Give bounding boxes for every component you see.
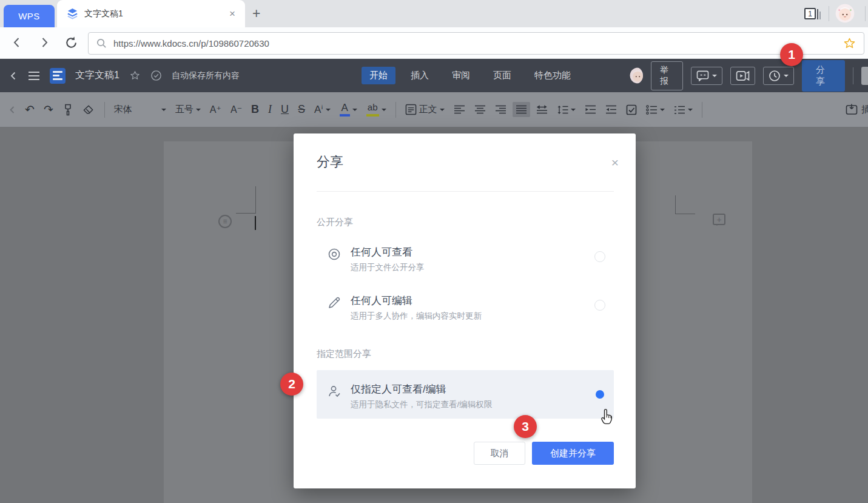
dialog-close-icon[interactable]: × — [611, 155, 619, 170]
favorite-star-icon[interactable] — [129, 70, 141, 81]
decrease-indent-button[interactable] — [585, 105, 596, 114]
option-anyone-can-edit[interactable]: 任何人可编辑 适用于多人协作，编辑内容实时更新 — [317, 292, 614, 328]
search-icon — [96, 38, 107, 49]
window-count: 1 — [804, 8, 816, 19]
person-check-icon — [328, 385, 341, 398]
browser-address-bar: https://www.kdocs.cn/p/109860720630 — [0, 27, 868, 59]
align-justify-button[interactable] — [513, 102, 530, 117]
user-avatar[interactable] — [630, 67, 643, 84]
chevron-down-icon — [784, 75, 789, 79]
line-spacing-button[interactable] — [557, 105, 576, 115]
tab-special-features[interactable]: 特色功能 — [527, 67, 579, 84]
dialog-title: 分享 — [317, 153, 343, 171]
wps-menu-button[interactable]: WPS — [4, 5, 55, 27]
bold-button[interactable]: B — [251, 103, 259, 116]
option-title: 任何人可查看 — [351, 245, 412, 259]
checkbox-list-button[interactable] — [626, 104, 637, 115]
new-tab-icon[interactable]: + — [252, 5, 260, 21]
main-menu-icon[interactable] — [28, 71, 40, 81]
browser-tab-active[interactable]: 文字文稿1 × — [57, 0, 245, 27]
document-title[interactable]: 文字文稿1 — [75, 69, 119, 82]
window-count-indicator[interactable]: 1 — [804, 8, 821, 19]
divider — [853, 67, 853, 84]
page-margin-mark-topright — [675, 195, 695, 214]
format-toolbar: ↶ ↷ 宋体 五号 A⁺ A⁻ B I U S Aⁱ A ab 正文 — [0, 92, 868, 127]
align-left-button[interactable] — [454, 105, 465, 114]
style-box-icon — [405, 104, 417, 115]
url-field[interactable]: https://www.kdocs.cn/p/109860720630 — [88, 32, 864, 55]
underline-button[interactable]: U — [281, 103, 289, 116]
divider — [104, 102, 105, 118]
format-painter-icon[interactable] — [62, 104, 73, 116]
char-spacing-button[interactable] — [536, 105, 548, 115]
numbered-list-button[interactable] — [674, 105, 693, 115]
history-clock-button[interactable] — [763, 67, 794, 85]
browser-avatar[interactable] — [835, 4, 855, 23]
chevron-down-icon — [196, 109, 201, 113]
chevron-down-icon — [660, 109, 665, 113]
increase-font-button[interactable]: A⁺ — [210, 104, 221, 115]
section-public-share: 公开分享 — [317, 217, 353, 228]
report-button[interactable]: 举报 — [651, 61, 683, 90]
bookmark-star-icon[interactable] — [843, 36, 856, 50]
writer-doc-icon — [50, 68, 66, 84]
forward-icon[interactable] — [37, 35, 52, 50]
share-button[interactable]: 分享 — [802, 60, 845, 92]
create-and-share-button[interactable]: 创建并分享 — [532, 442, 614, 465]
tab-page[interactable]: 页面 — [485, 67, 519, 84]
ribbon-tabs: 开始 插入 审阅 页面 特色功能 — [362, 59, 579, 92]
tab-close-icon[interactable]: × — [229, 8, 235, 20]
undo-icon[interactable]: ↶ — [25, 104, 35, 115]
clipped-button[interactable] — [861, 67, 868, 85]
decrease-font-button[interactable]: A⁻ — [230, 104, 242, 115]
option-specified-people[interactable]: 仅指定人可查看/编辑 适用于隐私文件，可指定查看/编辑权限 — [317, 370, 614, 419]
radio-unselected[interactable] — [594, 300, 605, 311]
divider — [317, 191, 614, 192]
increase-indent-button[interactable] — [605, 105, 617, 114]
option-title: 仅指定人可查看/编辑 — [351, 382, 446, 396]
autosave-status: 自动保存所有内容 — [172, 70, 240, 81]
radio-unselected[interactable] — [594, 251, 605, 262]
chevron-down-icon — [161, 109, 166, 113]
doc-layers-icon — [67, 8, 78, 19]
chevron-down-icon — [382, 109, 386, 113]
italic-button[interactable]: I — [268, 103, 272, 116]
insert-button[interactable]: 插入 — [846, 92, 868, 127]
radio-selected[interactable] — [596, 390, 604, 399]
chevron-down-icon — [440, 109, 445, 113]
chevron-down-icon — [712, 75, 717, 79]
doc-back-icon[interactable] — [8, 71, 18, 81]
comments-button[interactable] — [691, 67, 722, 85]
chevron-down-icon — [326, 109, 331, 113]
add-comment-icon[interactable]: + — [713, 214, 725, 225]
redo-icon[interactable]: ↷ — [44, 104, 53, 115]
back-icon[interactable] — [10, 35, 24, 50]
option-anyone-can-view[interactable]: 任何人可查看 适用于文件公开分享 — [317, 244, 614, 279]
reload-icon[interactable] — [64, 35, 79, 50]
section-scoped-share: 指定范围分享 — [317, 348, 371, 360]
view-eye-icon — [328, 248, 341, 261]
tab-insert[interactable]: 插入 — [403, 67, 437, 84]
font-color-button[interactable]: A — [340, 103, 357, 117]
tab-home[interactable]: 开始 — [362, 67, 395, 84]
step-badge-1: 1 — [780, 43, 803, 66]
highlight-color-button[interactable]: ab — [366, 103, 386, 116]
paragraph-style-select[interactable]: 正文 — [405, 104, 445, 115]
font-name-select[interactable]: 宋体 — [114, 104, 166, 115]
play-demo-button[interactable] — [730, 67, 755, 85]
divider — [395, 102, 396, 118]
align-right-button[interactable] — [495, 105, 506, 114]
superscript-button[interactable]: Aⁱ — [314, 103, 330, 116]
align-center-button[interactable] — [474, 105, 486, 114]
tab-review[interactable]: 审阅 — [444, 67, 478, 84]
collapse-left-icon[interactable] — [8, 106, 16, 114]
eraser-icon[interactable] — [82, 104, 95, 115]
paragraph-options-icon[interactable]: ≡ — [218, 215, 232, 228]
edit-pencil-icon — [328, 296, 341, 309]
chevron-down-icon — [688, 109, 693, 113]
font-size-select[interactable]: 五号 — [175, 104, 201, 115]
strikethrough-button[interactable]: S — [298, 103, 305, 116]
bullet-list-button[interactable] — [646, 105, 665, 115]
url-text: https://www.kdocs.cn/p/109860720630 — [113, 38, 836, 49]
cancel-button[interactable]: 取消 — [474, 442, 525, 465]
